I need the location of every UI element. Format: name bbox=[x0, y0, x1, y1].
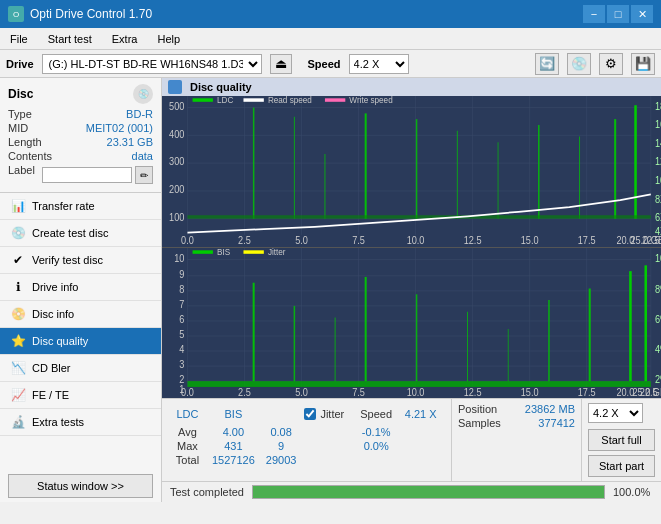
chart-title: Disc quality bbox=[190, 81, 252, 93]
extra-tests-icon: 🔬 bbox=[10, 414, 26, 430]
menu-extra[interactable]: Extra bbox=[108, 32, 142, 46]
fe-te-icon: 📈 bbox=[10, 387, 26, 403]
sidebar-item-extra-tests-label: Extra tests bbox=[32, 416, 84, 428]
svg-text:7.5: 7.5 bbox=[352, 386, 365, 398]
eject-button[interactable]: ⏏ bbox=[270, 54, 292, 74]
disc-mid-value: MEIT02 (001) bbox=[86, 122, 153, 134]
svg-text:2.5: 2.5 bbox=[238, 386, 251, 398]
status-window-button[interactable]: Status window >> bbox=[8, 474, 153, 498]
sidebar-item-fe-te-label: FE / TE bbox=[32, 389, 69, 401]
sidebar-item-drive-info-label: Drive info bbox=[32, 281, 78, 293]
disc-contents-row: Contents data bbox=[8, 150, 153, 162]
sidebar-item-disc-info-label: Disc info bbox=[32, 308, 74, 320]
progress-percent: 100.0% bbox=[613, 486, 653, 498]
svg-text:5.0: 5.0 bbox=[295, 386, 308, 398]
position-label: Position bbox=[458, 403, 497, 415]
top-chart-svg: 500 400 300 200 100 18X 16X 14X 12X 10X … bbox=[162, 96, 661, 247]
svg-text:8: 8 bbox=[179, 283, 185, 295]
sidebar-item-create-test-disc[interactable]: 💿 Create test disc bbox=[0, 220, 161, 247]
svg-text:17.5: 17.5 bbox=[578, 386, 596, 398]
sidebar-item-cd-bler[interactable]: 📉 CD Bler bbox=[0, 355, 161, 382]
svg-rect-51 bbox=[193, 98, 213, 101]
disc-quality-icon: ⭐ bbox=[10, 333, 26, 349]
svg-text:Read speed: Read speed bbox=[268, 96, 312, 105]
disc-mid-row: MID MEIT02 (001) bbox=[8, 122, 153, 134]
svg-text:9: 9 bbox=[179, 268, 184, 280]
total-bis: 29003 bbox=[262, 453, 301, 467]
svg-text:6%: 6% bbox=[655, 313, 661, 325]
svg-text:500: 500 bbox=[169, 100, 185, 112]
disc-type-row: Type BD-R bbox=[8, 108, 153, 120]
refresh-button[interactable]: 🔄 bbox=[535, 53, 559, 75]
speed-select[interactable]: 4.2 X bbox=[349, 54, 409, 74]
samples-label: Samples bbox=[458, 417, 501, 429]
disc-label-row: Label ✏ bbox=[8, 164, 153, 184]
menu-file[interactable]: File bbox=[6, 32, 32, 46]
svg-text:LDC: LDC bbox=[217, 96, 233, 105]
svg-text:14X: 14X bbox=[655, 137, 661, 149]
window-controls: − □ ✕ bbox=[583, 5, 653, 23]
disc-label-edit-button[interactable]: ✏ bbox=[135, 166, 153, 184]
cd-bler-icon: 📉 bbox=[10, 360, 26, 376]
right-panel: Disc quality 500 400 300 200 100 18X 16X bbox=[162, 78, 661, 502]
disc-info-icon: 📀 bbox=[10, 306, 26, 322]
transfer-rate-icon: 📊 bbox=[10, 198, 26, 214]
jitter-label: Jitter bbox=[320, 408, 344, 420]
sidebar-item-disc-quality[interactable]: ⭐ Disc quality bbox=[0, 328, 161, 355]
total-ldc: 1527126 bbox=[205, 453, 262, 467]
svg-rect-50 bbox=[187, 215, 650, 218]
svg-text:5.0: 5.0 bbox=[295, 235, 308, 247]
svg-text:12.5: 12.5 bbox=[464, 235, 482, 247]
svg-text:0.0: 0.0 bbox=[181, 386, 194, 398]
sidebar-item-disc-info[interactable]: 📀 Disc info bbox=[0, 301, 161, 328]
drive-label: Drive bbox=[6, 58, 34, 70]
max-ldc: 431 bbox=[205, 439, 262, 453]
svg-text:400: 400 bbox=[169, 128, 185, 140]
sidebar-item-transfer-rate[interactable]: 📊 Transfer rate bbox=[0, 193, 161, 220]
close-button[interactable]: ✕ bbox=[631, 5, 653, 23]
svg-text:12X: 12X bbox=[655, 156, 661, 168]
maximize-button[interactable]: □ bbox=[607, 5, 629, 23]
start-part-button[interactable]: Start part bbox=[588, 455, 655, 477]
sidebar-item-create-test-disc-label: Create test disc bbox=[32, 227, 108, 239]
svg-text:3: 3 bbox=[179, 358, 185, 370]
save-button[interactable]: 💾 bbox=[631, 53, 655, 75]
progress-area: Test completed 100.0% bbox=[162, 481, 661, 502]
disc-icon: 💿 bbox=[133, 84, 153, 104]
svg-text:6X: 6X bbox=[655, 211, 661, 223]
sidebar-item-verify-test-disc[interactable]: ✔ Verify test disc bbox=[0, 247, 161, 274]
svg-text:300: 300 bbox=[169, 156, 185, 168]
sidebar-item-fe-te[interactable]: 📈 FE / TE bbox=[0, 382, 161, 409]
svg-text:25.0 GB: 25.0 GB bbox=[632, 386, 661, 398]
sidebar-item-extra-tests[interactable]: 🔬 Extra tests bbox=[0, 409, 161, 436]
start-full-button[interactable]: Start full bbox=[588, 429, 655, 451]
svg-text:0.0: 0.0 bbox=[181, 235, 194, 247]
settings-button[interactable]: ⚙ bbox=[599, 53, 623, 75]
disc-length-row: Length 23.31 GB bbox=[8, 136, 153, 148]
disc-type-label: Type bbox=[8, 108, 32, 120]
disc-button[interactable]: 💿 bbox=[567, 53, 591, 75]
max-label: Max bbox=[170, 439, 205, 453]
minimize-button[interactable]: − bbox=[583, 5, 605, 23]
disc-label-input[interactable] bbox=[42, 167, 132, 183]
svg-text:8%: 8% bbox=[655, 283, 661, 295]
menu-bar: File Start test Extra Help bbox=[0, 28, 661, 50]
col-header-speed: Speed bbox=[354, 403, 399, 425]
avg-label: Avg bbox=[170, 425, 205, 439]
menu-start-test[interactable]: Start test bbox=[44, 32, 96, 46]
disc-panel: Disc 💿 Type BD-R MID MEIT02 (001) Length… bbox=[0, 78, 161, 193]
svg-text:10X: 10X bbox=[655, 174, 661, 186]
jitter-checkbox[interactable] bbox=[304, 408, 316, 420]
create-test-disc-icon: 💿 bbox=[10, 225, 26, 241]
sidebar-item-drive-info[interactable]: ℹ Drive info bbox=[0, 274, 161, 301]
drive-select[interactable]: (G:) HL-DT-ST BD-RE WH16NS48 1.D3 bbox=[42, 54, 262, 74]
speed-select-stats[interactable]: 4.2 X bbox=[588, 403, 643, 423]
svg-text:16X: 16X bbox=[655, 119, 661, 131]
stats-bar: LDC BIS Jitter Speed bbox=[162, 398, 661, 481]
top-chart: 500 400 300 200 100 18X 16X 14X 12X 10X … bbox=[162, 96, 661, 248]
avg-jitter: -0.1% bbox=[354, 425, 399, 439]
menu-help[interactable]: Help bbox=[153, 32, 184, 46]
right-stats: Position 23862 MB Samples 377412 bbox=[451, 399, 581, 481]
svg-rect-53 bbox=[243, 98, 263, 101]
disc-title: Disc bbox=[8, 87, 33, 101]
